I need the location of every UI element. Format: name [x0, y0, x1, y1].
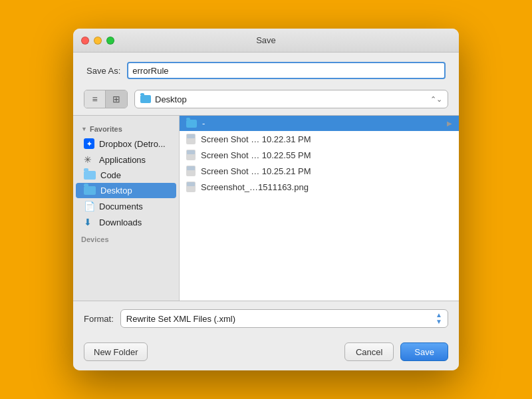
view-toggle: ≡ ⊞ [84, 90, 128, 108]
file-item-name: - [202, 118, 205, 128]
save-button[interactable]: Save [400, 342, 448, 361]
title-bar: Save [73, 29, 459, 53]
cancel-button[interactable]: Cancel [344, 342, 394, 361]
action-buttons-row: New Folder Cancel Save [73, 336, 459, 370]
toolbar-row: ≡ ⊞ Desktop ⌃⌄ [73, 86, 459, 115]
desktop-folder-icon [84, 186, 96, 195]
format-dropdown[interactable]: Rewrite Set XML Files (.xml) ▲ ▼ [120, 309, 448, 328]
sidebar-item-documents-label: Documents [99, 201, 143, 211]
file-arrow-icon: ▶ [447, 120, 452, 127]
sidebar-item-desktop-label: Desktop [100, 186, 132, 196]
file-folder-icon [186, 120, 197, 128]
save-as-row: Save As: [73, 53, 459, 86]
screenshot1-icon [186, 134, 196, 144]
list-view-button[interactable]: ≡ [84, 90, 106, 108]
devices-section-label: Devices [73, 230, 179, 246]
main-panel: ▼ Favorites ✦ Dropbox (Detro... ✳ Applic… [73, 115, 459, 301]
save-as-label: Save As: [86, 66, 120, 76]
file-item-folder[interactable]: - ▶ [180, 116, 459, 131]
file-item-screenshot2[interactable]: Screen Shot … 10.22.55 PM [180, 147, 459, 163]
sidebar-item-applications[interactable]: ✳ Applications [76, 152, 176, 168]
save-dialog: Save Save As: ≡ ⊞ Desktop ⌃⌄ ▼ Favorites… [73, 29, 459, 370]
close-button[interactable] [81, 37, 89, 45]
minimize-button[interactable] [94, 37, 102, 45]
sidebar-item-applications-label: Applications [99, 155, 146, 165]
sidebar-item-downloads[interactable]: ⬇ Downloads [76, 214, 176, 230]
maximize-button[interactable] [106, 37, 114, 45]
file-item-screenshot4[interactable]: Screenshot_…1511163.png [180, 179, 459, 195]
file-item-screenshot4-name: Screenshot_…1511163.png [201, 182, 309, 192]
screenshot2-icon [186, 150, 196, 160]
file-panel: - ▶ Screen Shot … 10.22.31 PM Screen Sho… [180, 116, 459, 301]
sidebar: ▼ Favorites ✦ Dropbox (Detro... ✳ Applic… [73, 116, 180, 301]
favorites-chevron-icon: ▼ [81, 126, 87, 132]
documents-icon: 📄 [84, 201, 94, 211]
screenshot3-icon [186, 166, 196, 176]
sidebar-item-dropbox[interactable]: ✦ Dropbox (Detro... [76, 136, 176, 152]
sidebar-item-desktop[interactable]: Desktop [76, 183, 176, 198]
folder-icon [140, 95, 151, 103]
sidebar-item-documents[interactable]: 📄 Documents [76, 198, 176, 214]
file-item-screenshot2-name: Screen Shot … 10.22.55 PM [201, 150, 311, 160]
new-folder-button[interactable]: New Folder [84, 342, 148, 361]
screenshot4-icon [186, 182, 196, 192]
dropbox-icon: ✦ [84, 138, 94, 149]
filename-input[interactable] [127, 62, 446, 79]
window-controls [81, 37, 114, 45]
file-item-screenshot1-name: Screen Shot … 10.22.31 PM [201, 134, 311, 144]
file-item-screenshot1[interactable]: Screen Shot … 10.22.31 PM [180, 131, 459, 147]
location-dropdown[interactable]: Desktop ⌃⌄ [134, 90, 448, 108]
location-label: Desktop [155, 94, 430, 104]
dialog-title: Save [256, 35, 276, 45]
format-label: Format: [84, 314, 114, 324]
downloads-icon: ⬇ [84, 217, 94, 227]
file-item-screenshot3[interactable]: Screen Shot … 10.25.21 PM [180, 163, 459, 179]
sidebar-item-code-label: Code [100, 170, 121, 180]
grid-view-button[interactable]: ⊞ [106, 90, 127, 108]
file-item-screenshot3-name: Screen Shot … 10.25.21 PM [201, 166, 311, 176]
sidebar-item-downloads-label: Downloads [99, 217, 142, 227]
sidebar-item-code[interactable]: Code [76, 168, 176, 183]
applications-icon: ✳ [84, 154, 94, 165]
format-dropdown-arrows-icon: ▲ ▼ [436, 312, 442, 325]
format-value: Rewrite Set XML Files (.xml) [126, 314, 235, 324]
code-folder-icon [84, 171, 96, 180]
sidebar-item-dropbox-label: Dropbox (Detro... [99, 139, 166, 149]
dropdown-arrows-icon: ⌃⌄ [430, 95, 442, 104]
favorites-section-label: ▼ Favorites [73, 122, 179, 136]
format-bar: Format: Rewrite Set XML Files (.xml) ▲ ▼ [73, 301, 459, 336]
